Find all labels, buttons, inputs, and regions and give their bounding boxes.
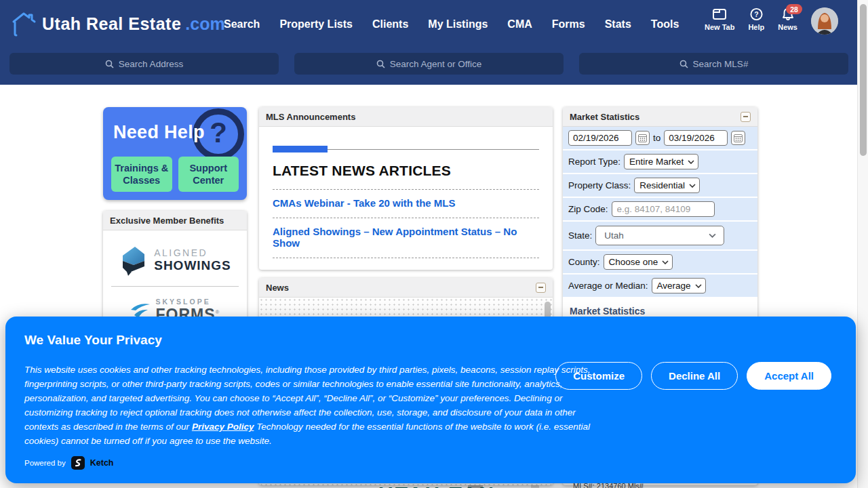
- user-avatar[interactable]: [811, 7, 838, 35]
- agent-office-search-input[interactable]: Search Agent or Office: [294, 53, 564, 75]
- page-scrollbar-thumb[interactable]: [860, 4, 867, 156]
- cookie-banner-title: We Value Your Privacy: [24, 333, 162, 348]
- zip-code-row: Zip Code:: [563, 198, 757, 222]
- report-type-select[interactable]: Entire Market: [624, 154, 698, 169]
- property-class-select[interactable]: Residential: [634, 178, 700, 193]
- news-header: News: [259, 278, 553, 298]
- header-actions: New Tab ? Help 28 News: [705, 7, 838, 35]
- address-search-input[interactable]: Search Address: [9, 53, 279, 75]
- chevron-down-icon: [662, 260, 669, 264]
- calendar-icon[interactable]: [731, 131, 745, 145]
- chevron-down-icon: [709, 233, 716, 238]
- nav-forms[interactable]: Forms: [552, 18, 585, 30]
- nav-clients[interactable]: Clients: [372, 18, 408, 30]
- ketch-logo-icon: [71, 456, 85, 470]
- chevron-down-icon: [695, 284, 702, 288]
- news-button[interactable]: 28 News: [778, 7, 797, 31]
- county-select[interactable]: Choose one: [604, 254, 673, 270]
- collapse-panel-button[interactable]: [536, 283, 546, 293]
- aligned-showings-icon: [119, 244, 149, 277]
- county-label: County:: [568, 257, 600, 267]
- property-class-row: Property Class: Residential: [563, 174, 757, 198]
- svg-text:?: ?: [754, 11, 758, 18]
- end-date-input[interactable]: [664, 130, 728, 146]
- cookie-banner-text: This website uses cookies and other trac…: [24, 363, 599, 448]
- nav-stats[interactable]: Stats: [605, 18, 631, 30]
- chevron-down-icon: [689, 184, 696, 188]
- avatar-photo: [811, 7, 838, 35]
- new-tab-icon: [712, 7, 727, 21]
- help-button[interactable]: ? Help: [748, 7, 764, 31]
- latest-news-heading: LATEST NEWS ARTICLES: [273, 163, 539, 179]
- site-logo[interactable]: Utah Real Estate.com: [9, 10, 225, 37]
- zip-code-input[interactable]: [612, 201, 715, 217]
- top-navigation-bar: Utah Real Estate.com Search Property Lis…: [0, 0, 857, 85]
- mls-announcements-panel: MLS Announcements LATEST NEWS ARTICLES C…: [259, 107, 553, 270]
- powered-by-ketch[interactable]: Powered by Ketch: [24, 456, 113, 470]
- customize-button[interactable]: Customize: [555, 362, 642, 390]
- member-benefits-header: Exclusive Member Benefits: [103, 211, 247, 230]
- county-row: County: Choose one: [563, 251, 757, 274]
- mls-announcements-header: MLS Announcements: [259, 107, 553, 127]
- main-nav: Search Property Lists Clients My Listing…: [224, 18, 679, 30]
- collapse-panel-button[interactable]: [741, 112, 751, 122]
- help-icon: ?: [749, 7, 764, 21]
- start-date-input[interactable]: [568, 130, 632, 146]
- chevron-down-icon: [688, 160, 694, 164]
- report-type-row: Report Type: Entire Market: [563, 150, 757, 174]
- divider: [273, 258, 539, 258]
- search-icon: [376, 60, 385, 68]
- nav-tools[interactable]: Tools: [651, 18, 679, 30]
- aligned-showings-logo[interactable]: ALIGNED SHOWINGS: [108, 239, 241, 286]
- date-range-row: to: [563, 127, 757, 150]
- member-benefits-panel: Exclusive Member Benefits ALIGNED SHOWIN…: [103, 211, 247, 326]
- need-help-card: ? Need Help Trainings & Classes Support …: [103, 107, 247, 200]
- clipped-headline-fragment: UTAH TAN: [378, 483, 496, 488]
- news-article-link[interactable]: Aligned Showings – New Appointment Statu…: [273, 218, 539, 256]
- accept-all-button[interactable]: Accept All: [747, 362, 831, 390]
- quick-search-row: Search Address Search Agent or Office Se…: [9, 53, 848, 75]
- carousel-progress-bar: [273, 146, 539, 152]
- calendar-icon[interactable]: [635, 131, 650, 145]
- brand-name: Utah Real Estate: [42, 14, 181, 34]
- results-title: Market Statistics: [570, 306, 751, 317]
- trainings-classes-button[interactable]: Trainings & Classes: [111, 157, 172, 192]
- mls-number-search-input[interactable]: Search MLS#: [579, 53, 848, 75]
- market-statistics-header: Market Statistics: [563, 107, 757, 127]
- state-select[interactable]: Utah: [595, 226, 724, 245]
- search-icon: [679, 60, 688, 68]
- brand-suffix: .com: [185, 14, 224, 34]
- need-help-title: Need Help: [113, 122, 205, 143]
- new-tab-button[interactable]: New Tab: [705, 7, 734, 31]
- house-logo-icon: [9, 10, 38, 37]
- decline-all-button[interactable]: Decline All: [651, 362, 738, 390]
- nav-search[interactable]: Search: [224, 18, 260, 30]
- date-to-label: to: [653, 133, 660, 143]
- state-label: State:: [568, 230, 592, 241]
- nav-my-listings[interactable]: My Listings: [428, 18, 488, 30]
- average-median-select[interactable]: Average: [652, 278, 706, 293]
- average-median-label: Average or Median:: [568, 281, 648, 291]
- news-badge: 28: [786, 4, 802, 14]
- property-class-label: Property Class:: [568, 180, 631, 190]
- report-type-label: Report Type:: [568, 157, 620, 167]
- nav-property-lists[interactable]: Property Lists: [279, 18, 353, 30]
- support-center-button[interactable]: Support Center: [178, 157, 239, 192]
- nav-cma[interactable]: CMA: [507, 18, 532, 30]
- page: UTAH TAN MLS#: 2134760 Mls# Utah Real Es…: [0, 0, 868, 488]
- search-icon: [105, 60, 114, 68]
- state-row: State: Utah: [563, 222, 757, 251]
- cookie-consent-banner: We Value Your Privacy This website uses …: [5, 317, 856, 483]
- news-article-link[interactable]: CMAs Webinar - Take 20 with the MLS: [273, 190, 539, 216]
- zip-code-label: Zip Code:: [568, 204, 608, 214]
- privacy-policy-link[interactable]: Privacy Policy: [192, 422, 254, 432]
- page-scrollbar[interactable]: [857, 0, 868, 488]
- average-median-row: Average or Median: Average: [563, 274, 757, 297]
